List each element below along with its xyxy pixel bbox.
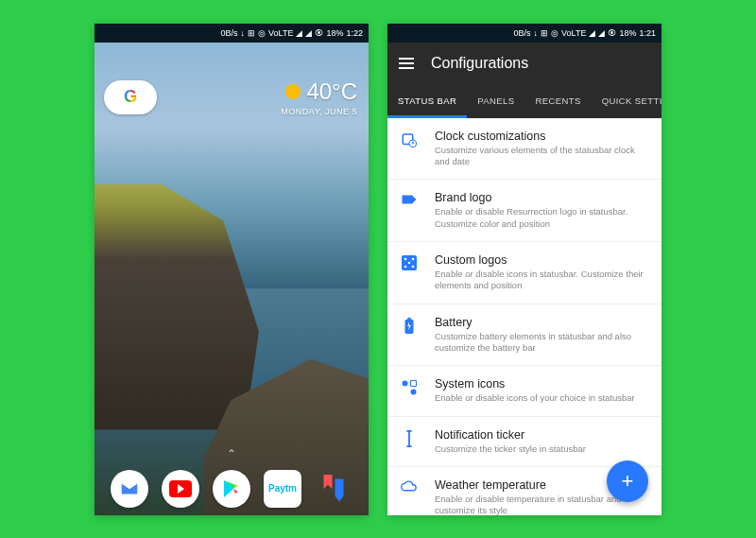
youtube-icon xyxy=(169,480,192,497)
tab-status-bar[interactable]: STATUS BAR xyxy=(387,84,467,118)
svg-point-7 xyxy=(412,266,415,269)
dice-icon xyxy=(399,253,420,292)
volte-icon: VoLTE xyxy=(268,28,293,38)
tab-recents[interactable]: RECENTS xyxy=(524,84,591,118)
battery-icon xyxy=(399,316,420,355)
item-title: Notification ticker xyxy=(435,428,648,442)
item-desc: Enable or disable Resurrection logo in s… xyxy=(435,206,648,230)
item-clock-customizations[interactable]: Clock customizations Customize various e… xyxy=(387,118,662,181)
item-battery[interactable]: Battery Customize battery elements in st… xyxy=(387,304,662,367)
item-notification-ticker[interactable]: Notification ticker Customize the ticker… xyxy=(387,417,662,467)
hamburger-icon[interactable] xyxy=(399,58,414,69)
tab-quick-settings[interactable]: QUICK SETTINGS xyxy=(592,84,662,118)
settings-list[interactable]: Clock customizations Customize various e… xyxy=(387,118,662,515)
svg-point-5 xyxy=(408,262,411,265)
app-play-store[interactable] xyxy=(213,470,250,508)
cast-icon: ◎ xyxy=(551,28,558,38)
status-bar-left: 0B/s ↓ ⊞ ◎ VoLTE ◢ ◢ ⦿ 18% 1:22 xyxy=(94,24,369,43)
svg-point-4 xyxy=(412,258,415,261)
fab-add-button[interactable]: + xyxy=(607,460,648,502)
auto-icon xyxy=(399,377,420,404)
item-title: Brand logo xyxy=(435,191,648,204)
app-youtube[interactable] xyxy=(162,470,199,508)
inbox-icon xyxy=(119,478,140,499)
tab-bar: STATUS BAR PANELS RECENTS QUICK SETTINGS xyxy=(387,84,662,118)
app-downloader[interactable] xyxy=(315,470,352,508)
item-desc: Enable or disable icons in statusbar. Cu… xyxy=(435,269,648,292)
dock: Paytm xyxy=(94,470,369,508)
signal-icon-2: ◢ xyxy=(305,28,312,38)
status-down-arrow: ↓ xyxy=(534,28,539,38)
volte-icon: VoLTE xyxy=(561,28,586,38)
app-inbox[interactable] xyxy=(111,470,148,508)
wallpaper[interactable]: G 40°C MONDAY, JUNE 5 ⌃ Paytm xyxy=(94,43,369,515)
svg-rect-9 xyxy=(407,318,411,321)
status-time: 1:22 xyxy=(346,28,363,38)
item-desc: Enable or disable icons of your choice i… xyxy=(435,392,648,404)
windows-icon: ⊞ xyxy=(248,28,255,38)
svg-rect-12 xyxy=(411,381,417,387)
cast-icon: ◎ xyxy=(258,28,266,38)
cursor-icon xyxy=(399,428,420,455)
signal-icon: ◢ xyxy=(589,28,595,38)
google-g-icon: G xyxy=(124,87,137,107)
page-title: Configurations xyxy=(431,55,528,72)
item-brand-logo[interactable]: Brand logo Enable or disable Resurrectio… xyxy=(387,180,662,242)
status-down-arrow: ↓ xyxy=(241,28,246,38)
svg-point-11 xyxy=(411,390,417,395)
drawer-arrow-icon[interactable]: ⌃ xyxy=(227,447,236,460)
battery-text: 18% xyxy=(619,28,636,38)
svg-point-10 xyxy=(403,381,408,387)
paytm-label: Paytm xyxy=(268,483,297,494)
status-net-speed: 0B/s xyxy=(221,28,238,38)
status-time: 1:21 xyxy=(639,28,656,38)
item-title: Clock customizations xyxy=(435,130,648,143)
item-title: System icons xyxy=(435,377,648,390)
wallpaper-cliff xyxy=(94,184,259,430)
status-net-speed: 0B/s xyxy=(514,28,531,38)
svg-point-6 xyxy=(404,266,407,269)
play-store-icon xyxy=(220,477,243,500)
item-title: Battery xyxy=(435,316,648,329)
item-desc: Customize various elements of the status… xyxy=(435,145,648,168)
location-icon: ⦿ xyxy=(315,28,323,38)
phone-settings: 0B/s ↓ ⊞ ◎ VoLTE ◢ ◢ ⦿ 18% 1:21 Configur… xyxy=(387,24,662,515)
tab-panels[interactable]: PANELS xyxy=(467,84,524,118)
signal-icon: ◢ xyxy=(296,28,302,38)
item-desc: Customize the ticker style in statusbar xyxy=(435,443,648,455)
phone-home: 0B/s ↓ ⊞ ◎ VoLTE ◢ ◢ ⦿ 18% 1:22 G 40°C M… xyxy=(94,24,369,515)
windows-icon: ⊞ xyxy=(541,28,548,38)
weather-temp: 40°C xyxy=(306,78,357,105)
svg-point-3 xyxy=(404,258,407,261)
signal-icon-2: ◢ xyxy=(598,28,605,38)
app-bar: Configurations xyxy=(387,43,662,84)
google-search-pill[interactable]: G xyxy=(104,80,157,114)
plus-icon: + xyxy=(622,469,634,494)
item-custom-logos[interactable]: Custom logos Enable or disable icons in … xyxy=(387,242,662,304)
item-system-icons[interactable]: System icons Enable or disable icons of … xyxy=(387,366,662,416)
sun-icon xyxy=(285,84,301,99)
app-paytm[interactable]: Paytm xyxy=(264,470,301,508)
cloud-icon xyxy=(399,478,420,515)
calendar-clock-icon xyxy=(399,130,420,168)
label-icon xyxy=(399,191,420,230)
download-icon xyxy=(317,472,351,506)
status-bar-right: 0B/s ↓ ⊞ ◎ VoLTE ◢ ◢ ⦿ 18% 1:21 xyxy=(387,24,662,43)
battery-text: 18% xyxy=(326,28,343,38)
weather-widget[interactable]: 40°C MONDAY, JUNE 5 xyxy=(281,78,357,116)
weather-date: MONDAY, JUNE 5 xyxy=(281,107,357,116)
item-desc: Customize battery elements in statusbar … xyxy=(435,331,648,355)
item-title: Custom logos xyxy=(435,253,648,267)
location-icon: ⦿ xyxy=(608,28,616,38)
